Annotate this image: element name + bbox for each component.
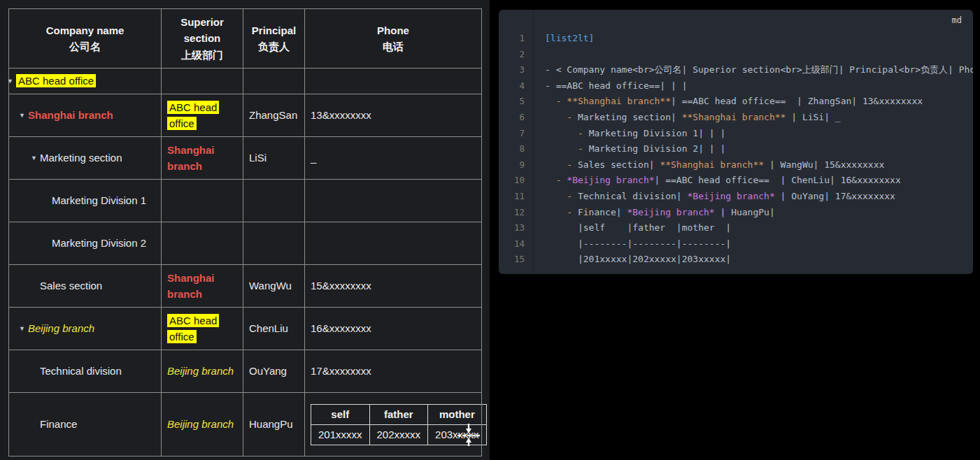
company-name: Beijing branch	[28, 322, 94, 334]
phone-cell: selffathermother201xxxxx202xxxxx203xxxxx	[305, 393, 482, 457]
code-segment: | ==ABC head office== | ZhangSan| 13&xxx…	[671, 96, 923, 106]
collapse-arrow-icon[interactable]: ▼	[7, 77, 16, 87]
code-line[interactable]: |--------|--------|--------|	[545, 236, 973, 252]
superior-section-cell: Shanghai branch	[162, 265, 243, 308]
phone-cell: _	[305, 137, 482, 180]
code-line[interactable]: - *Beijing branch*| ==ABC head office== …	[545, 173, 973, 189]
code-segment: *Beijing branch*	[688, 191, 775, 201]
company-name: Technical division	[40, 365, 122, 377]
table-row: ▼Shanghai branchABC head officeZhangSan1…	[9, 94, 482, 137]
nested-value: 203xxxxx	[428, 424, 487, 445]
superior-section: ABC head office	[167, 101, 219, 130]
company-name-cell: ▼Beijing branch	[9, 308, 162, 350]
superior-section-cell: Beijing branch	[162, 393, 243, 457]
code-segment: **Shanghai branch**	[567, 96, 671, 106]
code-line[interactable]: - Marketing section| **Shanghai branch**…	[545, 110, 973, 126]
code-line[interactable]: |self |father |mother |	[545, 220, 973, 236]
principal-cell: OuYang	[243, 350, 305, 393]
code-segment: -	[556, 96, 567, 106]
code-segment: Marketing section|	[578, 112, 682, 122]
table-row: FinanceBeijing branchHuangPuselffathermo…	[9, 393, 482, 457]
collapse-arrow-icon[interactable]: ▼	[19, 111, 28, 121]
principal-cell: LiSi	[243, 137, 305, 180]
code-segment: -	[578, 143, 589, 154]
code-segment: | ==ABC head office== | ChenLiu| 16&xxxx…	[655, 175, 901, 185]
company-name: ABC head office	[16, 74, 96, 87]
column-header-principal: Principal负责人	[243, 9, 305, 69]
code-line[interactable]: - Marketing Division 1| | |	[545, 126, 973, 142]
code-segment: | LiSi| _	[786, 112, 840, 122]
code-segment: -	[556, 175, 567, 185]
code-line[interactable]: |201xxxxx|202xxxxx|203xxxxx|	[545, 252, 973, 268]
column-header-phone: Phone电话	[305, 9, 482, 69]
code-line[interactable]: - Finance| *Beijing branch* | HuangPu|	[545, 205, 973, 221]
table-row: ▼Beijing branchABC head officeChenLiu16&…	[9, 308, 482, 350]
code-line[interactable]: [list2lt]	[545, 31, 973, 47]
principal-cell	[243, 69, 305, 94]
company-name-cell: ▼Marketing section	[9, 137, 162, 180]
superior-section-cell: ABC head office	[162, 94, 243, 137]
table-header-row: Company name公司名Superior section上级部门Princ…	[9, 9, 482, 69]
phone-cell: 17&xxxxxxxx	[305, 350, 482, 393]
company-name: Shanghai branch	[28, 109, 113, 121]
column-header-superior-section: Superior section上级部门	[162, 9, 243, 69]
code-line[interactable]: - Marketing Division 2| | |	[545, 141, 973, 157]
superior-section-cell: Shanghai branch	[162, 137, 243, 180]
code-segment	[545, 175, 556, 185]
code-line[interactable]: - < Company name<br>公司名| Superior sectio…	[545, 62, 973, 78]
table-body: ▼ABC head office▼Shanghai branchABC head…	[9, 69, 482, 457]
line-number: 5	[499, 94, 525, 110]
code-segment	[545, 191, 567, 201]
company-name-cell: Marketing Division 2	[9, 222, 162, 265]
code-segment: -	[567, 112, 578, 122]
table-row: Sales sectionShanghai branchWangWu15&xxx…	[9, 265, 482, 308]
superior-section-cell: Beijing branch	[162, 350, 243, 393]
code-line[interactable]: - Sales section| **Shanghai branch** | W…	[545, 157, 973, 173]
superior-section-cell	[162, 180, 243, 222]
markdown-editor[interactable]: md 123456789101112131415 [list2lt]- < Co…	[499, 10, 973, 274]
header-en: Company name	[15, 22, 155, 38]
phone-nested-table: selffathermother201xxxxx202xxxxx203xxxxx	[311, 404, 487, 445]
superior-section: ABC head office	[167, 314, 219, 343]
header-zh: 负责人	[249, 38, 299, 55]
code-line[interactable]: - **Shanghai branch**| ==ABC head office…	[545, 94, 973, 110]
code-line[interactable]	[545, 47, 973, 63]
code-segment: | HuangPu|	[715, 207, 775, 217]
company-name-cell: Finance	[9, 393, 162, 457]
nested-header-father: father	[369, 404, 428, 424]
code-segment: |--------|--------|--------|	[545, 238, 731, 249]
principal-cell: WangWu	[243, 265, 305, 308]
collapse-arrow-icon[interactable]: ▼	[19, 324, 28, 334]
line-number: 9	[499, 157, 525, 173]
code-line[interactable]: - ==ABC head office==| | |	[545, 78, 973, 94]
header-zh: 上级部门	[167, 47, 237, 63]
line-number: 6	[499, 110, 525, 126]
column-header-company-name: Company name公司名	[9, 9, 162, 69]
header-zh: 电话	[311, 38, 476, 55]
header-en: Superior section	[167, 14, 237, 47]
company-name: Marketing section	[40, 152, 122, 164]
nested-value: 202xxxxx	[369, 424, 428, 445]
code-area[interactable]: [list2lt]- < Company name<br>公司名| Superi…	[534, 10, 973, 274]
line-number: 11	[499, 189, 525, 205]
phone-cell	[305, 180, 482, 222]
table-row: Technical divisionBeijing branchOuYang17…	[9, 350, 482, 393]
company-name-cell: ▼ABC head office	[9, 69, 162, 94]
superior-section: Shanghai branch	[167, 144, 215, 172]
table-row: Marketing Division 2	[9, 222, 482, 265]
superior-section-cell	[162, 69, 243, 94]
code-segment: -	[567, 207, 578, 217]
code-segment: Marketing Division 2| | |	[589, 143, 726, 154]
code-segment: **Shanghai branch**	[682, 112, 786, 122]
code-segment: *Beijing branch*	[567, 175, 654, 185]
company-name: Finance	[40, 418, 77, 430]
code-segment	[545, 112, 567, 122]
line-number: 1	[499, 31, 525, 47]
principal-cell: ChenLiu	[243, 308, 305, 350]
code-line[interactable]: - Technical division| *Beijing branch* |…	[545, 189, 973, 205]
code-segment: | WangWu| 15&xxxxxxxx	[764, 159, 884, 170]
code-segment	[545, 159, 567, 170]
editor-body[interactable]: 123456789101112131415 [list2lt]- < Compa…	[499, 10, 973, 274]
collapse-arrow-icon[interactable]: ▼	[31, 154, 40, 164]
code-segment	[545, 128, 578, 138]
